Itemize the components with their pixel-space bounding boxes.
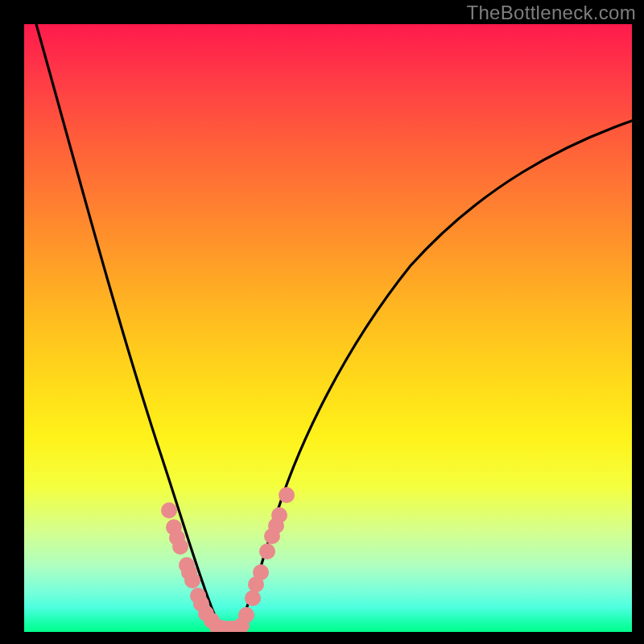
marker-dot	[253, 564, 269, 580]
watermark-text: TheBottleneck.com	[466, 2, 636, 24]
marker-dot	[259, 543, 275, 559]
marker-dot	[279, 487, 295, 503]
chart-wrapper: TheBottleneck.com	[0, 0, 644, 644]
marker-dot	[172, 539, 188, 555]
marker-dot	[161, 502, 177, 518]
marker-dot	[271, 507, 287, 523]
marker-dot	[238, 607, 254, 623]
marker-dot	[245, 590, 261, 606]
marker-layer	[24, 24, 632, 632]
marker-dot	[184, 572, 200, 588]
